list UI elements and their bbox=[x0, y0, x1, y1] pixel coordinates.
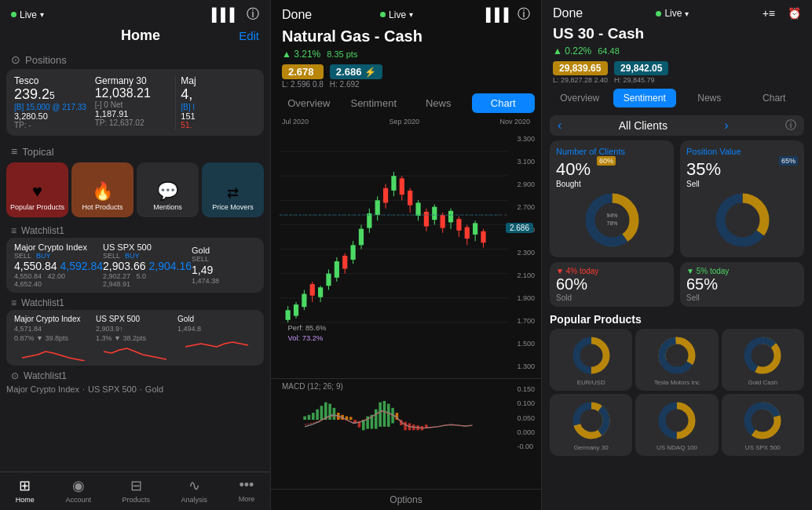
positions-card: Tesco 239.25 [B] 15,000 @ 217.33 3,280.5… bbox=[6, 69, 264, 136]
tab-sentiment[interactable]: Sentiment bbox=[342, 93, 406, 113]
svg-rect-52 bbox=[456, 219, 461, 231]
nav-home[interactable]: ⊞ Home bbox=[16, 477, 35, 504]
watchlist-price-row: Major Crypto Index SELL BUY 4,550.84 4,5… bbox=[6, 238, 264, 293]
spx-donut bbox=[741, 399, 785, 442]
sold-pct: 60% bbox=[556, 275, 668, 293]
svg-rect-22 bbox=[335, 261, 339, 278]
spark-crypto: Major Crypto Index 4,571.84 0.87% ▼ 39.8… bbox=[14, 315, 93, 361]
watchlist1-label: Watchlist1 bbox=[21, 225, 64, 236]
popular-tesla[interactable]: Tesla Motors Inc bbox=[635, 329, 718, 391]
lightning-icon: ⚡ bbox=[364, 67, 376, 78]
right-change-pts: 64.48 bbox=[598, 46, 620, 56]
page-title: Home bbox=[42, 27, 239, 44]
positions-icon: ⊙ bbox=[11, 53, 20, 66]
right-tab-news[interactable]: News bbox=[678, 89, 741, 107]
tab-chart[interactable]: Chart bbox=[472, 93, 536, 113]
svg-rect-66 bbox=[320, 406, 324, 420]
topical-mentions[interactable]: 💬 Mentions bbox=[137, 162, 199, 217]
watchlist2-header: ≡ Watchlist1 bbox=[0, 294, 270, 310]
popular-eurusd[interactable]: EUR/USD bbox=[550, 329, 632, 391]
mid-live-badge: Live ▾ bbox=[380, 9, 413, 20]
list2-icon: ≡ bbox=[11, 297, 16, 308]
eurusd-name: EUR/USD bbox=[577, 379, 605, 386]
info-icon[interactable]: ⓘ bbox=[247, 6, 259, 23]
gold-sparkline bbox=[177, 334, 256, 352]
right-bars-icon: +≡ bbox=[763, 7, 775, 20]
watchlist1-header: ≡ Watchlist1 bbox=[0, 222, 270, 238]
nav-analysis[interactable]: ∿ Analysis bbox=[181, 477, 208, 504]
tab-news[interactable]: News bbox=[407, 93, 470, 113]
right-panel: Done Live ▾ +≡ ⏰ US 30 - Cash ▲ 0.22% 64… bbox=[542, 0, 812, 510]
svg-rect-79 bbox=[375, 410, 378, 429]
svg-rect-12 bbox=[294, 304, 298, 316]
right-live-dot bbox=[656, 11, 661, 16]
options-label[interactable]: Options bbox=[390, 494, 422, 505]
spx-name: US SPX 500 bbox=[745, 444, 781, 451]
tab-overview[interactable]: Overview bbox=[277, 93, 341, 113]
analysis-icon: ∿ bbox=[188, 477, 200, 494]
pct-60-label: 60% bbox=[597, 156, 616, 166]
mid-sell-block: 2.678 L: 2.596 0.8 bbox=[282, 64, 324, 89]
popular-spx[interactable]: US SPX 500 bbox=[722, 394, 804, 456]
sell-pct: 65% bbox=[686, 275, 798, 293]
svg-rect-42 bbox=[415, 202, 420, 216]
right-tab-sentiment[interactable]: Sentiment bbox=[613, 89, 677, 107]
bars-icon[interactable]: ▐▐▐ bbox=[207, 8, 234, 22]
topical-price-movers[interactable]: ⇄ Price Movers bbox=[202, 162, 264, 217]
mid-done-button[interactable]: Done bbox=[282, 8, 312, 22]
watchlist3-header: ⊙ Watchlist1 bbox=[0, 367, 270, 383]
right-buy-price[interactable]: 29,842.05 bbox=[614, 61, 668, 75]
right-chevron-icon: ▾ bbox=[685, 9, 689, 18]
mid-buy-price[interactable]: 2.686 ⚡ bbox=[330, 64, 383, 79]
mid-sell-price[interactable]: 2.678 bbox=[282, 64, 324, 79]
topical-icon: ≡ bbox=[11, 145, 17, 158]
sold-today-label: ▼ 4% today bbox=[556, 267, 668, 275]
watchlist3-items: Major Crypto Index · US SPX 500 · Gold bbox=[0, 383, 270, 433]
position-maj: Maj 4, [B] I 151 51. bbox=[175, 75, 256, 129]
right-done-button[interactable]: Done bbox=[553, 6, 583, 20]
arrows-icon: ⇄ bbox=[227, 184, 239, 202]
svg-rect-20 bbox=[326, 274, 331, 286]
watchlist3-label: Watchlist1 bbox=[24, 370, 67, 381]
svg-rect-58 bbox=[481, 231, 485, 243]
ndaq-donut bbox=[655, 399, 698, 442]
svg-text:Perf: 85.6%: Perf: 85.6% bbox=[288, 324, 327, 332]
fire-icon: 🔥 bbox=[92, 181, 113, 202]
right-header: Done Live ▾ +≡ ⏰ bbox=[542, 0, 812, 24]
sold-sub: Sold bbox=[556, 293, 668, 302]
right-tab-chart[interactable]: Chart bbox=[743, 89, 807, 107]
edit-button[interactable]: Edit bbox=[239, 29, 259, 42]
position-tesco: Tesco 239.25 [B] 15,000 @ 217.33 3,280.5… bbox=[14, 75, 95, 129]
chart-area[interactable]: Perf: 85.6% Vol: 73.2% 3.300 3.100 2.900… bbox=[271, 127, 541, 378]
nav-next-arrow[interactable]: › bbox=[724, 118, 728, 133]
svg-rect-40 bbox=[408, 191, 412, 206]
right-sell-price[interactable]: 29,839.65 bbox=[553, 61, 608, 75]
mid-change-pct: ▲ 3.21% bbox=[282, 49, 320, 60]
topical-popular[interactable]: ♥ Popular Products bbox=[6, 162, 68, 217]
options-bar[interactable]: Options bbox=[271, 489, 541, 510]
topical-hot[interactable]: 🔥 Hot Products bbox=[71, 162, 134, 217]
svg-rect-86 bbox=[404, 422, 407, 431]
nav-prev-arrow[interactable]: ‹ bbox=[558, 118, 561, 133]
right-alarm-icon: ⏰ bbox=[788, 7, 801, 20]
more-icon: ••• bbox=[239, 477, 254, 494]
chart-dates: Jul 2020 Sep 2020 Nov 2020 bbox=[271, 116, 541, 127]
mid-change-pts: 8.35 pts bbox=[327, 49, 357, 59]
clients-sub: Bought bbox=[556, 180, 668, 188]
popular-gold[interactable]: Gold Cash bbox=[722, 329, 804, 391]
nav-more[interactable]: ••• More bbox=[239, 477, 255, 504]
chat-icon: 💬 bbox=[157, 181, 178, 202]
nav-account[interactable]: ◉ Account bbox=[65, 477, 91, 504]
nav-products[interactable]: ⊟ Products bbox=[122, 477, 150, 504]
popular-ndaq[interactable]: US NDAQ 100 bbox=[635, 394, 718, 456]
mid-info-icon: ⓘ bbox=[518, 6, 530, 23]
mid-panel: Done Live ▾ ▐▐▐ ⓘ Natural Gas - Cash ▲ 3… bbox=[271, 0, 542, 510]
right-price-row: ▲ 0.22% 64.48 bbox=[542, 44, 812, 58]
sentiment-info-icon[interactable]: ⓘ bbox=[785, 118, 796, 133]
right-tab-overview[interactable]: Overview bbox=[548, 89, 612, 107]
chevron-down-icon: ▾ bbox=[40, 10, 44, 19]
svg-rect-10 bbox=[286, 310, 291, 319]
left-header: Live ▾ ▐▐▐ ⓘ bbox=[0, 0, 270, 26]
right-prices: 29,839.65 L: 29,827.28 2.40 29,842.05 H:… bbox=[542, 60, 812, 86]
popular-germany30[interactable]: Germany 30 bbox=[550, 394, 632, 456]
